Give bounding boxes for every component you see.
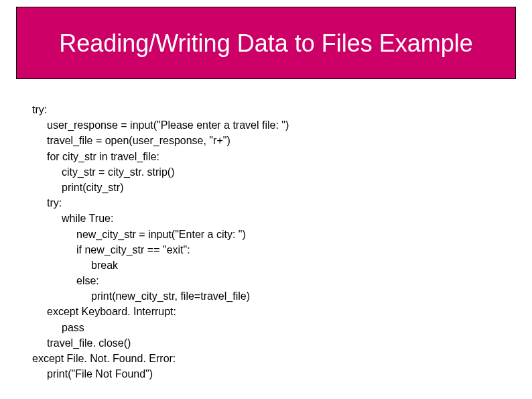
code-line: print("File Not Found") [32, 366, 289, 382]
code-line: else: [32, 273, 289, 288]
code-line: try: [32, 195, 289, 211]
code-line: break [32, 258, 289, 273]
code-line: new_city_str = input("Enter a city: ") [32, 227, 289, 242]
code-line: travel_file. close() [32, 335, 289, 351]
code-line: except Keyboard. Interrupt: [32, 304, 289, 319]
code-line: travel_file = open(user_response, "r+") [32, 133, 289, 148]
code-line: try: [32, 102, 289, 117]
code-line: for city_str in travel_file: [32, 149, 289, 164]
code-line: user_response = input("Please enter a tr… [32, 117, 289, 133]
slide-title: Reading/Writing Data to Files Example [59, 28, 473, 58]
code-line: pass [32, 320, 289, 335]
code-example: try: user_response = input("Please enter… [32, 102, 289, 382]
code-line: if new_city_str == "exit": [32, 242, 289, 258]
code-line: print(city_str) [32, 180, 289, 195]
slide-title-bar: Reading/Writing Data to Files Example [16, 7, 516, 79]
code-line: city_str = city_str. strip() [32, 164, 289, 180]
code-line: while True: [32, 211, 289, 226]
code-line: print(new_city_str, file=travel_file) [32, 288, 289, 304]
code-line: except File. Not. Found. Error: [32, 351, 289, 366]
